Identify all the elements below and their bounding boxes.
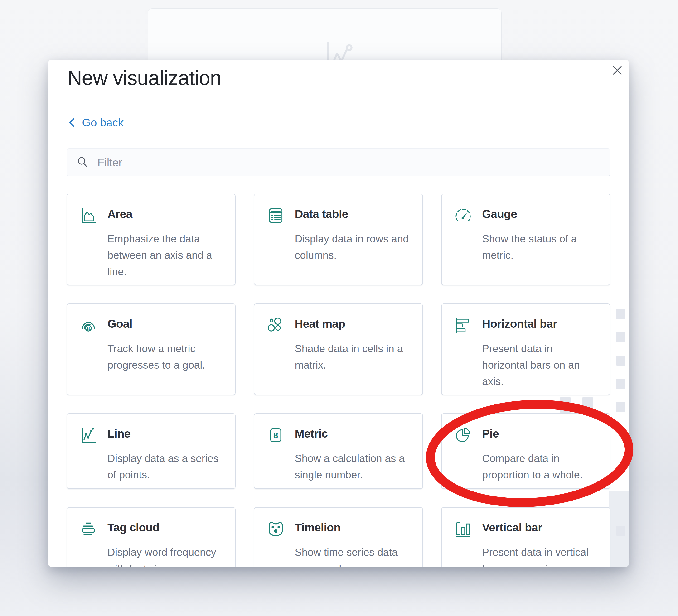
gauge-icon	[454, 206, 472, 225]
card-title: Horizontal bar	[482, 317, 597, 330]
card-title: Pie	[482, 427, 597, 440]
line-chart-icon	[79, 426, 98, 444]
data-table-icon	[267, 206, 285, 225]
card-gauge[interactable]: Gauge Show the status of a metric.	[441, 194, 610, 285]
goal-icon: 8	[79, 316, 98, 334]
card-pie[interactable]: Pie Compare data in proportion to a whol…	[441, 413, 610, 489]
page-background: New visualization Go back	[0, 0, 678, 616]
card-title: Metric	[295, 427, 410, 440]
card-title: Tag cloud	[108, 521, 222, 534]
card-description: Compare data in proportion to a whole.	[482, 450, 597, 483]
card-title: Line	[108, 427, 222, 440]
search-icon	[77, 156, 89, 168]
filter-field[interactable]	[67, 148, 610, 176]
card-description: Emphasize the data between an axis and a…	[108, 231, 222, 280]
card-title: Area	[108, 207, 222, 221]
card-description: Show time series data on a graph.	[295, 544, 410, 567]
card-description: Shade data in cells in a matrix.	[295, 340, 410, 373]
card-title: Vertical bar	[482, 521, 597, 534]
close-button[interactable]	[611, 64, 624, 77]
svg-text:8: 8	[273, 431, 278, 440]
go-back-label: Go back	[82, 116, 124, 129]
card-title: Heat map	[295, 317, 410, 330]
card-timelion[interactable]: Timelion Show time series data on a grap…	[254, 507, 423, 567]
timelion-icon	[267, 520, 285, 538]
metric-icon: 8	[267, 426, 285, 444]
tag-cloud-icon	[79, 520, 98, 538]
card-title: Gauge	[482, 207, 597, 221]
modal-title: New visualization	[67, 66, 221, 89]
card-horizontal-bar[interactable]: Horizontal bar Present data in horizonta…	[441, 304, 610, 395]
go-back-link[interactable]: Go back	[67, 116, 124, 129]
horizontal-bar-icon	[454, 316, 472, 334]
card-area[interactable]: Area Emphasize the data between an axis …	[67, 194, 236, 285]
filter-input[interactable]	[97, 156, 610, 169]
card-description: Display data in rows and columns.	[295, 231, 410, 263]
visualization-grid: Area Emphasize the data between an axis …	[67, 194, 610, 567]
pie-chart-icon	[454, 426, 472, 444]
card-data-table[interactable]: Data table Display data in rows and colu…	[254, 194, 423, 285]
card-description: Track how a metric progresses to a goal.	[108, 340, 222, 373]
card-description: Display word frequency with font size.	[108, 544, 222, 567]
svg-text:8: 8	[87, 325, 90, 331]
card-description: Show a calculation as a single number.	[295, 450, 410, 483]
card-line[interactable]: Line Display data as a series of points.	[67, 413, 236, 489]
close-icon	[612, 65, 623, 76]
vertical-bar-icon	[454, 520, 472, 538]
card-description: Present data in vertical bars on an axis…	[482, 544, 597, 567]
area-chart-icon	[79, 206, 98, 225]
new-visualization-modal: New visualization Go back	[48, 60, 629, 567]
card-title: Timelion	[295, 521, 410, 534]
chevron-left-icon	[67, 117, 76, 128]
card-tag-cloud[interactable]: Tag cloud Display word frequency with fo…	[67, 507, 236, 567]
card-heat-map[interactable]: Heat map Shade data in cells in a matrix…	[254, 304, 423, 395]
card-title: Goal	[108, 317, 222, 330]
card-vertical-bar[interactable]: Vertical bar Present data in vertical ba…	[441, 507, 610, 567]
card-description: Present data in horizontal bars on an ax…	[482, 340, 597, 389]
card-goal[interactable]: 8 Goal Track how a metric progresses to …	[67, 304, 236, 395]
card-description: Display data as a series of points.	[108, 450, 222, 483]
card-description: Show the status of a metric.	[482, 231, 597, 263]
card-metric[interactable]: 8 Metric Show a calculation as a single …	[254, 413, 423, 489]
heat-map-icon	[267, 316, 285, 334]
card-title: Data table	[295, 207, 410, 221]
